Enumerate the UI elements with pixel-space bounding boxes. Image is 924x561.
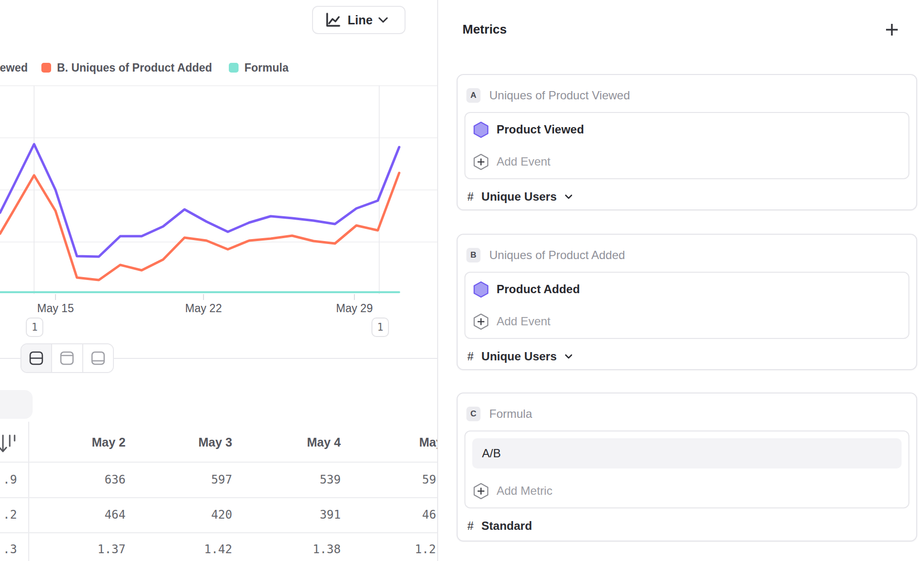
layout-option-chart-only[interactable]	[52, 344, 83, 372]
table-cell: 636	[53, 473, 126, 486]
chart-type-button[interactable]: Line	[312, 6, 406, 34]
table-cell-clipped-left: .2	[0, 508, 17, 522]
metrics-panel: Metrics A Uniques of Product Viewed Prod…	[438, 0, 924, 561]
table-cell-clipped-left: .9	[0, 473, 17, 486]
table-cell: 1.42	[159, 542, 232, 556]
metric-card-b: B Uniques of Product Added Product Added…	[457, 234, 917, 370]
axis-ticks	[55, 294, 354, 300]
layout-switcher	[20, 343, 114, 373]
event-row-product-added[interactable]: Product Added	[473, 277, 580, 302]
metric-card-title: Uniques of Product Viewed	[489, 89, 630, 102]
legend-item-a-truncated[interactable]: ewed	[0, 61, 28, 75]
add-metric-hexagon-plus-icon	[473, 483, 489, 500]
add-event-label: Add Event	[497, 315, 551, 328]
hash-icon: #	[467, 520, 474, 533]
metric-letter-badge: B	[466, 248, 480, 262]
event-hexagon-icon	[473, 281, 489, 298]
measurement-dropdown[interactable]: # Standard	[467, 517, 532, 535]
table-column-divider	[28, 422, 29, 561]
metric-card-a: A Uniques of Product Viewed Product View…	[457, 74, 917, 210]
metric-card-c: C Formula A/B Add Metric # Standard	[457, 393, 917, 542]
table-header-clipped[interactable]: May	[419, 435, 438, 449]
report-canvas: Line ewed B. Uniques of Product Added Fo…	[0, 0, 438, 561]
table-corner-pill[interactable]	[0, 390, 33, 419]
add-metric-label: Add Metric	[497, 484, 553, 498]
layout-option-table-only[interactable]	[83, 344, 113, 372]
row-separator	[0, 462, 437, 463]
chart-gridlines	[0, 86, 437, 294]
legend-item-b[interactable]: B. Uniques of Product Added	[57, 61, 212, 75]
formula-value: A/B	[482, 447, 501, 460]
metric-card-header[interactable]: B Uniques of Product Added	[466, 247, 625, 263]
hash-icon: #	[467, 190, 474, 204]
row-separator	[0, 497, 437, 498]
chart-type-label: Line	[348, 13, 372, 27]
hash-icon: #	[467, 350, 474, 363]
chevron-down-icon	[565, 354, 573, 359]
event-row-product-viewed[interactable]: Product Viewed	[473, 117, 584, 142]
row-separator	[0, 532, 437, 533]
chevron-down-icon	[378, 17, 388, 23]
table-header-may3[interactable]: May 3	[159, 435, 232, 449]
table-cell: 1.38	[268, 542, 341, 556]
table-cell: 1.37	[53, 542, 126, 556]
measurement-label: Standard	[481, 519, 532, 533]
split-view-icon	[29, 351, 44, 366]
table-cell-clipped-right: 59	[422, 473, 438, 486]
metric-letter-badge: A	[466, 88, 480, 103]
measurement-label: Unique Users	[481, 350, 557, 363]
table-header-may4[interactable]: May 4	[268, 435, 341, 449]
legend-swatch-formula	[229, 63, 239, 73]
sort-icon[interactable]	[0, 432, 19, 456]
formula-group: A/B Add Metric	[464, 430, 909, 508]
event-hexagon-icon	[473, 121, 489, 138]
metric-card-header[interactable]: C Formula	[466, 406, 532, 422]
table-only-icon	[91, 351, 106, 366]
legend-swatch-b	[41, 63, 51, 73]
table-cell: 391	[268, 508, 341, 522]
table-cell: 539	[268, 473, 341, 486]
line-chart-icon	[324, 11, 342, 29]
table-cell: 597	[159, 473, 232, 486]
measurement-dropdown[interactable]: # Unique Users	[467, 348, 573, 365]
x-axis-label: May 15	[21, 302, 90, 315]
plus-icon	[886, 23, 898, 36]
chevron-down-icon	[565, 194, 573, 199]
chart-legend: ewed B. Uniques of Product Added Formula	[0, 61, 437, 75]
line-chart	[0, 83, 437, 301]
measurement-dropdown[interactable]: # Unique Users	[467, 188, 573, 206]
chart-only-icon	[59, 351, 74, 366]
metric-card-title: Formula	[489, 407, 532, 421]
event-group: Product Viewed Add Event	[464, 112, 909, 179]
event-name: Product Added	[497, 282, 580, 296]
table-cell-clipped-right: 46	[422, 508, 438, 522]
add-event-label: Add Event	[497, 155, 551, 168]
x-axis-label: May 29	[320, 302, 388, 315]
add-event-hexagon-plus-icon	[473, 313, 489, 330]
metric-card-header[interactable]: A Uniques of Product Viewed	[466, 88, 630, 103]
table-cell-clipped-left: .3	[0, 542, 17, 556]
event-group: Product Added Add Event	[464, 272, 909, 339]
layout-option-split-view[interactable]	[21, 344, 52, 372]
metric-letter-badge: C	[466, 407, 480, 421]
add-metric-plus-button[interactable]	[880, 18, 904, 41]
metric-card-title: Uniques of Product Added	[489, 248, 625, 262]
add-event-row[interactable]: Add Event	[473, 149, 551, 174]
add-event-hexagon-plus-icon	[473, 153, 489, 170]
x-axis-label: May 22	[169, 302, 238, 315]
add-metric-row[interactable]: Add Metric	[473, 478, 553, 504]
series-product-added-line[interactable]	[0, 173, 399, 280]
annotation-badge[interactable]: 1	[26, 318, 43, 337]
table-cell: 464	[53, 508, 126, 522]
table-cell: 420	[159, 508, 232, 522]
annotation-badge[interactable]: 1	[371, 318, 389, 337]
add-event-row[interactable]: Add Event	[473, 309, 551, 334]
formula-input[interactable]: A/B	[472, 438, 902, 468]
measurement-label: Unique Users	[481, 190, 557, 204]
event-name: Product Viewed	[497, 123, 584, 136]
table-cell-clipped-right: 1.2	[415, 542, 438, 556]
legend-item-formula[interactable]: Formula	[244, 61, 289, 75]
panel-title: Metrics	[462, 22, 507, 37]
table-header-may2[interactable]: May 2	[53, 435, 126, 449]
